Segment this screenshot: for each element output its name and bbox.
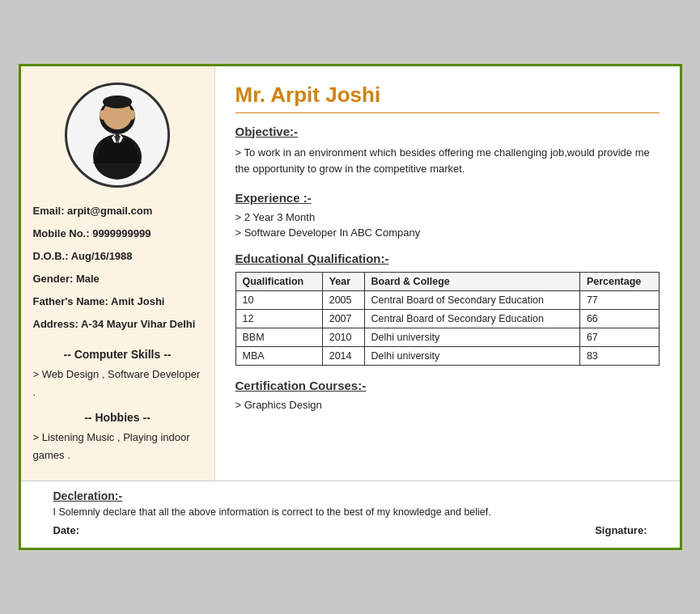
objective-heading: Objective:- — [235, 125, 660, 138]
table-cell: 66 — [579, 310, 659, 328]
signature-label: Signature: — [595, 524, 647, 536]
sidebar-info: Email: arpit@gmail.com Mobile No.: 99999… — [33, 202, 202, 339]
table-row: MBA2014Delhi university83 — [235, 347, 659, 366]
father-info: Father's Name: Amit Joshi — [33, 293, 202, 311]
table-cell: 77 — [579, 291, 659, 310]
resume-footer: Decleration:- I Solemnly declare that al… — [21, 481, 680, 548]
education-table-header: Qualification Year Board & College Perce… — [235, 273, 659, 291]
date-label: Date: — [53, 524, 80, 536]
table-row: 102005Central Board of Secondary Educati… — [235, 291, 659, 310]
footer-bottom: Date: Signature: — [41, 524, 660, 536]
experience-heading: Experience :- — [235, 191, 660, 205]
email-info: Email: arpit@gmail.com — [33, 202, 202, 220]
table-row: BBM2010Delhi university67 — [235, 328, 659, 347]
avatar-icon — [73, 91, 162, 180]
certification-item-0: > Graphics Design — [235, 399, 660, 411]
table-row: 122007Central Board of Secondary Educati… — [235, 310, 659, 328]
experience-item-0: > 2 Year 3 Month — [235, 211, 660, 223]
decleration-heading: Decleration:- — [41, 489, 660, 502]
col-percentage: Percentage — [579, 273, 659, 291]
table-cell: 10 — [235, 291, 322, 310]
table-cell: 2007 — [322, 310, 364, 328]
objective-text: > To work in an environment which beside… — [235, 145, 660, 179]
table-cell: 2005 — [322, 291, 364, 310]
computer-skill-item: > Web Design , Software Developer . — [33, 366, 202, 401]
experience-item-1: > Software Developer In ABC Company — [235, 227, 660, 239]
table-cell: 83 — [579, 347, 659, 366]
resume-body: Email: arpit@gmail.com Mobile No.: 99999… — [21, 66, 680, 481]
svg-point-2 — [103, 95, 132, 108]
name-divider — [235, 112, 660, 113]
mobile-info: Mobile No.: 9999999999 — [33, 225, 202, 243]
decleration-text: I Solemnly declare that all the above in… — [41, 506, 660, 518]
resume-wrapper: Email: arpit@gmail.com Mobile No.: 99999… — [19, 64, 682, 551]
dob-info: D.O.B.: Aug/16/1988 — [33, 248, 202, 265]
experience-section: Experience :- > 2 Year 3 Month > Softwar… — [235, 191, 660, 239]
avatar — [65, 83, 170, 188]
table-cell: 67 — [579, 328, 659, 347]
education-table: Qualification Year Board & College Perce… — [235, 272, 660, 366]
hobbies-title: -- Hobbies -- — [84, 411, 151, 424]
hobbies-list: > Listening Music , Playing indoor games… — [33, 429, 202, 464]
table-cell: 2014 — [322, 347, 364, 366]
hobby-item: > Listening Music , Playing indoor games… — [33, 429, 202, 464]
objective-section: Objective:- > To work in an environment … — [235, 125, 660, 179]
table-cell: 12 — [235, 310, 322, 328]
education-heading: Educational Qualification:- — [235, 252, 660, 265]
education-section: Educational Qualification:- Qualificatio… — [235, 252, 660, 366]
address-info: Address: A-34 Mayur Vihar Delhi — [33, 315, 202, 333]
certification-section: Certification Courses:- > Graphics Desig… — [235, 379, 660, 411]
candidate-name: Mr. Arpit Joshi — [235, 83, 660, 108]
computer-skills-list: > Web Design , Software Developer . — [33, 366, 202, 401]
col-board: Board & College — [364, 273, 579, 291]
gender-info: Gender: Male — [33, 270, 202, 288]
sidebar: Email: arpit@gmail.com Mobile No.: 99999… — [21, 66, 215, 481]
table-cell: BBM — [235, 328, 322, 347]
main-content: Mr. Arpit Joshi Objective:- > To work in… — [215, 66, 680, 481]
certification-heading: Certification Courses:- — [235, 379, 660, 392]
svg-point-4 — [129, 110, 135, 120]
table-cell: 2010 — [322, 328, 364, 347]
table-cell: Delhi university — [364, 328, 579, 347]
computer-skills-title: -- Computer Skills -- — [63, 348, 171, 361]
col-year: Year — [322, 273, 364, 291]
table-cell: Central Board of Secondary Education — [364, 291, 579, 310]
col-qualification: Qualification — [235, 273, 322, 291]
svg-point-3 — [100, 110, 106, 120]
table-cell: MBA — [235, 347, 322, 366]
table-cell: Central Board of Secondary Education — [364, 310, 579, 328]
table-cell: Delhi university — [364, 347, 579, 366]
